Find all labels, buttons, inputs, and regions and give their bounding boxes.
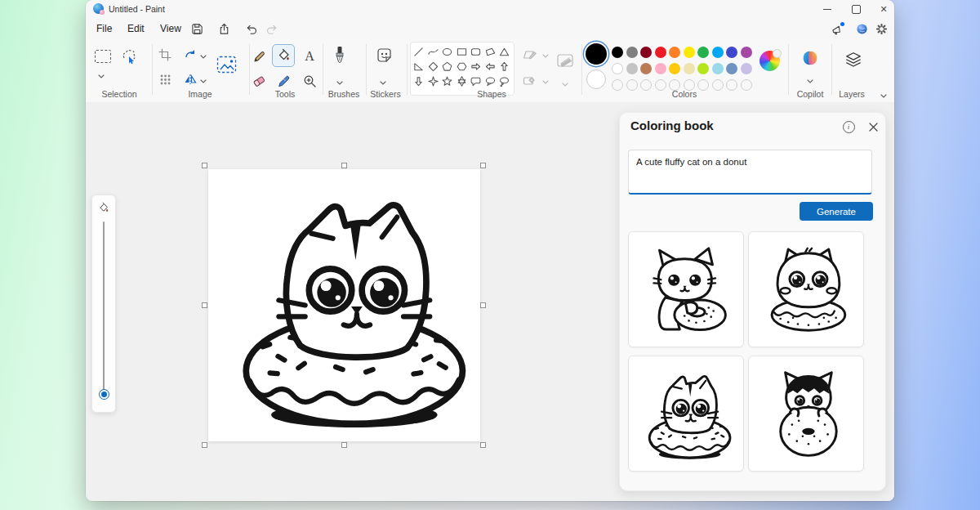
selection-handle-s[interactable] (341, 442, 347, 448)
palette-custom-slot[interactable] (626, 79, 638, 91)
palette-custom-slot[interactable] (612, 79, 623, 91)
copilot-button[interactable] (800, 47, 821, 69)
shape-oval[interactable] (440, 44, 455, 59)
shape-speech-oval[interactable] (483, 74, 498, 88)
shape-arrow-right[interactable] (469, 59, 483, 74)
magnifier-tool[interactable] (299, 70, 320, 92)
freeform-select-button[interactable] (118, 46, 140, 67)
rotate-dropdown[interactable] (198, 46, 209, 67)
rect-select-button[interactable] (92, 46, 114, 67)
generate-button[interactable]: Generate (800, 202, 873, 221)
palette-color-ffffff[interactable] (612, 63, 623, 74)
shape-arrow-down[interactable] (412, 74, 426, 88)
prompt-input[interactable]: A cute fluffy cat on a donut (628, 150, 872, 195)
edit-colors-button[interactable] (760, 51, 780, 71)
palette-color-000000[interactable] (612, 47, 623, 58)
palette-color-23b14d[interactable] (697, 47, 709, 58)
shape-fill-button[interactable] (521, 70, 537, 92)
palette-custom-slot[interactable] (712, 79, 724, 91)
selection-handle-w[interactable] (202, 302, 207, 308)
palette-color-c3c3c3[interactable] (626, 63, 638, 74)
palette-color-b97a56[interactable] (640, 63, 652, 74)
palette-color-c8bfe7[interactable] (741, 63, 752, 74)
menu-file[interactable]: File (91, 21, 118, 37)
palette-color-b5e61d[interactable] (697, 63, 709, 74)
shape-hexagon[interactable] (455, 59, 470, 74)
save-button[interactable] (187, 20, 207, 38)
palette-custom-slot[interactable] (640, 79, 652, 91)
shape-speech-rounded[interactable] (469, 74, 483, 88)
selection-handle-n[interactable] (341, 163, 347, 168)
crop-button[interactable] (154, 44, 176, 65)
palette-color-880020[interactable] (640, 47, 652, 58)
undo-button[interactable] (242, 20, 261, 38)
selection-handle-nw[interactable] (202, 163, 207, 168)
pencil-tool[interactable] (248, 46, 270, 67)
close-button[interactable]: ✕ (871, 0, 894, 18)
palette-color-00a8f3[interactable] (712, 47, 724, 58)
shape-rounded-rectangle[interactable] (469, 44, 483, 59)
palette-custom-slot[interactable] (741, 79, 752, 91)
palette-custom-slot[interactable] (726, 79, 737, 91)
palette-color-7092be[interactable] (726, 63, 737, 74)
eraser-tool[interactable] (248, 70, 270, 92)
selection-handle-sw[interactable] (202, 442, 207, 448)
slider-thumb[interactable] (100, 390, 109, 399)
shape-arrow-up[interactable] (497, 59, 512, 74)
thumbnail-cat-head-in-donut[interactable] (628, 356, 744, 472)
palette-color-ffaec8[interactable] (655, 63, 666, 74)
selection-handle-se[interactable] (480, 442, 486, 448)
panel-info-button[interactable]: i (841, 119, 856, 134)
brushes-button[interactable] (329, 44, 350, 65)
shape-outline-button[interactable] (521, 44, 537, 65)
shape-partial-1[interactable] (412, 88, 426, 96)
thickness-button[interactable] (554, 49, 577, 72)
shape-line[interactable] (412, 44, 426, 59)
thumbnail-bw-cat-behind-donut[interactable] (748, 356, 864, 472)
layers-button[interactable] (843, 49, 864, 70)
shape-pentagon[interactable] (440, 59, 455, 74)
primary-color-swatch[interactable] (586, 43, 607, 65)
shape-diamond[interactable] (426, 59, 441, 74)
shape-triangle[interactable] (497, 44, 512, 59)
shape-polygon[interactable] (483, 44, 498, 59)
shape-star-six[interactable] (455, 74, 470, 88)
shape-rectangle[interactable] (455, 44, 470, 59)
shape-arrow-left[interactable] (483, 59, 498, 74)
redo-button[interactable] (262, 20, 282, 38)
announcements-button[interactable] (827, 20, 847, 38)
paint-canvas[interactable] (208, 169, 480, 441)
panel-close-button[interactable] (866, 119, 880, 134)
shape-curve[interactable] (426, 44, 441, 59)
share-button[interactable] (214, 20, 234, 38)
shape-star-five[interactable] (440, 74, 455, 88)
palette-custom-slot[interactable] (655, 79, 666, 91)
palette-color-ec1c24[interactable] (655, 47, 666, 58)
account-button[interactable] (852, 20, 871, 38)
palette-color-ff7f27[interactable] (669, 47, 680, 58)
stickers-button[interactable] (373, 44, 394, 65)
shape-star-four[interactable] (426, 74, 441, 88)
shape-speech-cloud[interactable] (497, 74, 512, 88)
shape-outline-dropdown[interactable] (540, 45, 551, 66)
palette-color-fee800[interactable] (684, 47, 695, 58)
palette-color-99d9ea[interactable] (712, 63, 724, 74)
palette-color-7f7f7f[interactable] (626, 47, 638, 58)
palette-custom-slot[interactable] (697, 79, 709, 91)
menu-edit[interactable]: Edit (122, 21, 150, 37)
remove-background-button[interactable] (213, 51, 241, 78)
settings-button[interactable] (871, 20, 891, 38)
palette-color-efe4b0[interactable] (684, 63, 695, 74)
selection-handle-ne[interactable] (480, 163, 486, 168)
slider-track[interactable] (103, 221, 105, 395)
shape-fill-dropdown[interactable] (540, 71, 551, 92)
maximize-button[interactable] (844, 0, 868, 18)
fill-tool[interactable] (272, 44, 295, 67)
menu-view[interactable]: View (154, 21, 187, 37)
secondary-color-swatch[interactable] (586, 69, 606, 89)
palette-color-ffc90d[interactable] (669, 63, 680, 74)
palette-color-3f48cc[interactable] (726, 47, 737, 58)
thumbnail-cat-hugging-donut[interactable] (628, 231, 744, 347)
pattern-button[interactable] (154, 69, 176, 90)
shape-partial-2[interactable] (426, 88, 441, 96)
